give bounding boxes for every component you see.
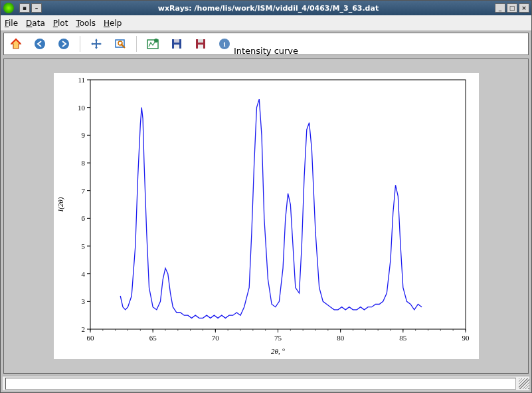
statusbar bbox=[3, 376, 529, 390]
svg-text:7: 7 bbox=[81, 187, 85, 195]
window-title: wxRays: /home/lis/work/ISM/viddil_4/0463… bbox=[42, 4, 495, 13]
svg-text:65: 65 bbox=[149, 334, 157, 342]
svg-rect-7 bbox=[174, 39, 179, 43]
svg-text:90: 90 bbox=[462, 334, 470, 342]
svg-text:3: 3 bbox=[81, 297, 85, 305]
svg-text:4: 4 bbox=[81, 270, 85, 278]
svg-text:I(2θ): I(2θ) bbox=[56, 197, 65, 212]
menu-help[interactable]: Help bbox=[104, 19, 122, 28]
wm-sticky-button[interactable]: ▪ bbox=[19, 3, 30, 13]
wm-shade-button[interactable]: – bbox=[31, 3, 42, 13]
svg-text:80: 80 bbox=[337, 334, 344, 342]
svg-text:75: 75 bbox=[274, 334, 282, 342]
svg-rect-10 bbox=[198, 39, 203, 43]
svg-text:8: 8 bbox=[81, 159, 85, 167]
close-button[interactable]: × bbox=[519, 3, 529, 13]
minimize-button[interactable]: _ bbox=[495, 3, 505, 13]
svg-text:9: 9 bbox=[81, 131, 85, 139]
menu-data[interactable]: Data bbox=[26, 19, 45, 28]
app-icon bbox=[3, 3, 14, 13]
svg-text:2: 2 bbox=[81, 325, 85, 333]
menu-file[interactable]: File bbox=[5, 19, 18, 28]
maximize-button[interactable]: □ bbox=[507, 3, 517, 13]
svg-text:2θ,  °: 2θ, ° bbox=[271, 347, 285, 355]
menubar: File Data Plot Tools Help bbox=[1, 15, 531, 31]
svg-point-5 bbox=[154, 39, 158, 43]
svg-text:10: 10 bbox=[78, 104, 86, 112]
resize-grip[interactable] bbox=[519, 378, 529, 389]
chart-title: Intensity curve bbox=[4, 46, 528, 56]
chart-svg[interactable]: 606570758085902345678910112θ, °I(2θ) bbox=[54, 73, 479, 359]
svg-rect-14 bbox=[90, 80, 466, 329]
svg-text:85: 85 bbox=[399, 334, 407, 342]
titlebar: ▪ – wxRays: /home/lis/work/ISM/viddil_4/… bbox=[1, 1, 531, 15]
chart-container[interactable]: 606570758085902345678910112θ, °I(2θ) bbox=[54, 73, 479, 359]
menu-plot[interactable]: Plot bbox=[53, 19, 68, 28]
svg-text:70: 70 bbox=[211, 334, 219, 342]
menu-tools[interactable]: Tools bbox=[76, 19, 96, 28]
svg-text:11: 11 bbox=[78, 76, 85, 84]
status-field bbox=[5, 378, 516, 390]
svg-text:5: 5 bbox=[81, 242, 85, 250]
plot-area: Intensity curve 606570758085902345678910… bbox=[3, 59, 529, 374]
svg-text:60: 60 bbox=[86, 334, 94, 342]
svg-text:6: 6 bbox=[81, 214, 85, 222]
